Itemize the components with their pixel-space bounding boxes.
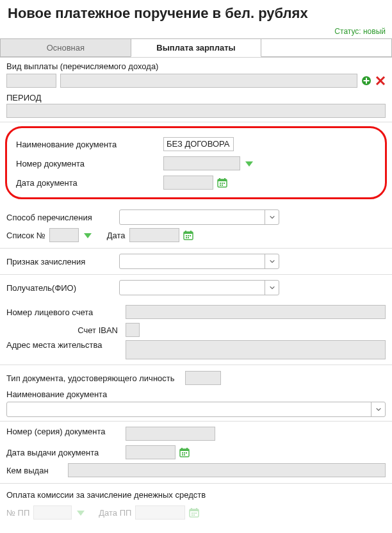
page-title: Новое платежное поручение в бел. рублях <box>0 0 392 26</box>
doc-series-label: Номер (серия) документа <box>6 427 122 436</box>
section-payment-type: Вид выплаты (перечисляемого дохода) ПЕРИ… <box>0 58 392 122</box>
document-highlight-box: Наименование документа БЕЗ ДОГОВОРА Номе… <box>5 126 387 199</box>
tab-salary[interactable]: Выплата зарплаты <box>131 38 262 57</box>
calendar-icon[interactable] <box>217 177 227 188</box>
tabs: Основная Выплата зарплаты <box>0 38 392 58</box>
list-no-input[interactable] <box>49 228 79 242</box>
plus-icon[interactable] <box>361 76 372 86</box>
doc-name-input[interactable]: БЕЗ ДОГОВОРА <box>163 137 234 151</box>
transfer-method-label: Способ перечисления <box>6 213 115 222</box>
iban-checkbox[interactable] <box>126 323 140 337</box>
list-date-label: Дата <box>107 231 126 240</box>
calendar-icon[interactable] <box>183 230 193 240</box>
issue-date-label: Дата выдачи документа <box>6 448 122 457</box>
arrow-down-icon[interactable] <box>76 507 86 518</box>
account-no-label: Номер лицевого счета <box>6 308 122 317</box>
chevron-down-icon <box>265 281 279 295</box>
section-transfer: Способ перечисления Список № Дата <box>0 204 392 249</box>
date-pp-input[interactable] <box>135 505 185 520</box>
issue-date-input[interactable] <box>126 445 176 459</box>
doc-number-input[interactable] <box>163 156 240 170</box>
doc-number-label: Номер документа <box>16 159 163 168</box>
doc-name-label: Наименование документа <box>16 140 163 149</box>
status-label: Статус: <box>334 27 361 36</box>
issued-by-label: Кем выдан <box>6 466 64 475</box>
iban-label: Счет IBAN <box>6 325 122 335</box>
payment-type-label: Вид выплаты (перечисляемого дохода) <box>6 62 386 74</box>
list-date-input[interactable] <box>129 228 179 242</box>
no-pp-label: № ПП <box>6 508 29 518</box>
section-receiver: Получатель(ФИО) Номер лицевого счета Сче… <box>0 275 392 365</box>
credit-sign-label: Признак зачисления <box>6 257 115 266</box>
status-value: новый <box>363 27 386 36</box>
arrow-down-icon[interactable] <box>244 158 254 168</box>
receiver-fio-select[interactable] <box>119 280 279 295</box>
doc-series-input[interactable] <box>126 427 215 441</box>
section-credit-sign: Признак зачисления <box>0 249 392 275</box>
calendar-icon[interactable] <box>189 507 199 518</box>
payment-type-name-input[interactable] <box>60 74 357 88</box>
status-line: Статус: новый <box>0 26 392 38</box>
doc-date-label: Дата документа <box>16 178 163 188</box>
chevron-down-icon <box>371 402 385 416</box>
tab-main[interactable]: Основная <box>0 38 131 57</box>
calendar-icon[interactable] <box>179 447 190 457</box>
section-doc-details: Номер (серия) документа Дата выдачи доку… <box>0 422 392 484</box>
date-pp-label: Дата ПП <box>99 508 131 518</box>
id-type-label: Тип документа, удостоверяющего личность <box>6 373 175 383</box>
payment-type-code-input[interactable] <box>6 74 56 88</box>
chevron-down-icon <box>265 254 279 268</box>
arrow-down-icon[interactable] <box>83 230 93 240</box>
address-label: Адрес места жительства <box>6 340 122 350</box>
issued-by-input[interactable] <box>68 463 386 477</box>
address-input[interactable] <box>126 340 386 359</box>
close-icon[interactable] <box>375 76 386 86</box>
transfer-method-select[interactable] <box>119 209 279 225</box>
section-commission: Оплата комиссии за зачисление денежных с… <box>0 484 392 521</box>
id-doc-name-select[interactable] <box>6 402 386 417</box>
commission-label: Оплата комиссии за зачисление денежных с… <box>6 488 386 504</box>
receiver-fio-label: Получатель(ФИО) <box>6 283 115 293</box>
list-no-label: Список № <box>6 231 45 240</box>
chevron-down-icon <box>265 210 279 224</box>
period-input[interactable] <box>6 104 386 118</box>
id-type-input[interactable] <box>185 371 221 385</box>
no-pp-input[interactable] <box>33 505 72 520</box>
id-doc-name-label: Наименование документа <box>6 387 386 402</box>
account-no-input[interactable] <box>126 305 386 319</box>
section-id-doc: Тип документа, удостоверяющего личность … <box>0 365 392 422</box>
tab-blank[interactable] <box>261 38 392 57</box>
period-label: ПЕРИОД <box>6 88 386 102</box>
doc-date-input[interactable] <box>163 176 213 190</box>
credit-sign-select[interactable] <box>119 254 279 269</box>
